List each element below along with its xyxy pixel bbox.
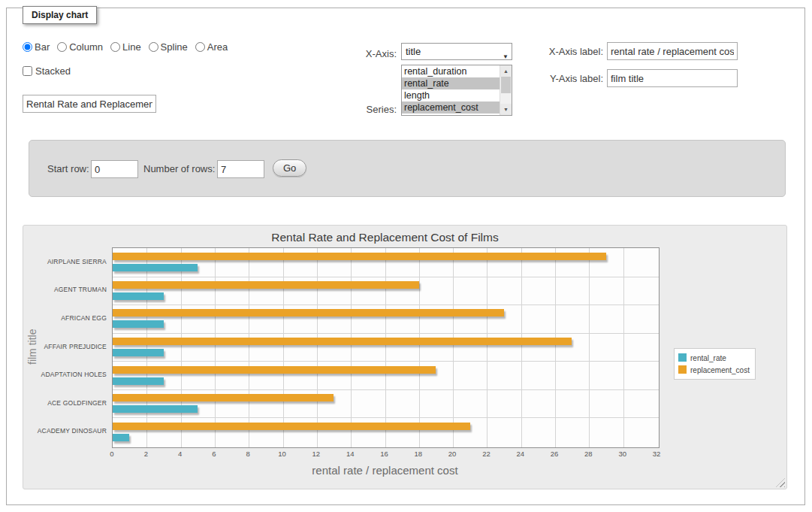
chart-type-radio-line[interactable] bbox=[110, 42, 120, 52]
series-option-rental_rate[interactable]: rental_rate bbox=[402, 77, 500, 89]
bar-rental_rate bbox=[113, 434, 129, 441]
chart-legend: rental_ratereplacement_cost bbox=[674, 348, 756, 380]
x-tick-label: 4 bbox=[178, 450, 182, 458]
x-tick-label: 26 bbox=[551, 450, 559, 458]
x-tick-label: 22 bbox=[482, 450, 491, 458]
stacked-option[interactable]: Stacked bbox=[23, 65, 71, 77]
x-tick-label: 16 bbox=[380, 450, 388, 458]
chart-type-label: Spline bbox=[161, 41, 188, 53]
number-of-rows-input[interactable] bbox=[217, 160, 264, 178]
chart-type-option-spline[interactable]: Spline bbox=[149, 41, 188, 53]
go-button[interactable]: Go bbox=[273, 159, 306, 177]
bar-replacement_cost bbox=[113, 281, 419, 289]
bar-replacement_cost bbox=[113, 253, 606, 260]
category-label: AFFAIR PREJUDICE bbox=[44, 343, 107, 350]
category-label: AFRICAN EGG bbox=[61, 314, 107, 322]
category-label: AIRPLANE SIERRA bbox=[47, 258, 107, 265]
bar-rental_rate bbox=[113, 320, 164, 328]
bar-rental_rate bbox=[113, 377, 164, 385]
resize-handle-icon[interactable] bbox=[776, 478, 785, 487]
bar-replacement_cost bbox=[113, 394, 334, 401]
legend-swatch-icon bbox=[678, 365, 687, 374]
gridline-h bbox=[113, 417, 659, 418]
x-tick-label: 32 bbox=[653, 450, 661, 458]
chart-type-radio-spline[interactable] bbox=[149, 42, 158, 52]
x-tick-label: 24 bbox=[516, 450, 524, 458]
bar-replacement_cost bbox=[113, 423, 470, 430]
gridline-h bbox=[113, 389, 659, 390]
x-axis-title: rental rate / replacement cost bbox=[112, 464, 658, 477]
select-dropdown-arrow-icon: ▼ bbox=[503, 49, 509, 65]
start-row-input[interactable] bbox=[91, 160, 138, 178]
chart-type-radio-bar[interactable] bbox=[23, 42, 32, 52]
category-label: ADAPTATION HOLES bbox=[41, 371, 107, 378]
scroll-thumb[interactable] bbox=[501, 77, 511, 93]
x-tick-label: 2 bbox=[144, 450, 148, 458]
x-tick-label: 20 bbox=[448, 450, 457, 458]
chart-panel: Rental Rate and Replacement Cost of Film… bbox=[23, 225, 787, 489]
series-listbox-items: rental_durationrental_ratelengthreplacem… bbox=[402, 65, 500, 115]
chart-type-option-area[interactable]: Area bbox=[195, 41, 228, 53]
chart-type-option-line[interactable]: Line bbox=[110, 41, 141, 53]
chart-type-radio-area[interactable] bbox=[195, 42, 205, 52]
x-axis-selected-value: title bbox=[406, 46, 421, 57]
series-scrollbar[interactable]: ▲ ▼ bbox=[500, 65, 512, 115]
x-tick-label: 12 bbox=[312, 450, 321, 458]
category-label: ACADEMY DINOSAUR bbox=[38, 427, 107, 435]
x-axis-label-label: X-Axis label: bbox=[535, 46, 603, 57]
stacked-label: Stacked bbox=[35, 65, 71, 77]
category-label: AGENT TRUMAN bbox=[54, 286, 107, 293]
x-tick-label: 28 bbox=[584, 450, 593, 458]
category-label: ACE GOLDFINGER bbox=[47, 399, 107, 407]
chart-type-label: Area bbox=[207, 41, 228, 53]
x-tick-label: 6 bbox=[212, 450, 216, 458]
bar-rental_rate bbox=[113, 292, 164, 300]
chart-type-option-column[interactable]: Column bbox=[57, 41, 103, 53]
chart-type-label: Bar bbox=[35, 41, 50, 53]
y-axis-label-input[interactable] bbox=[607, 69, 738, 87]
series-select-label: Series: bbox=[338, 104, 397, 115]
bar-rental_rate bbox=[113, 405, 198, 413]
series-listbox[interactable]: rental_durationrental_ratelengthreplacem… bbox=[401, 65, 512, 116]
start-row-label: Start row: bbox=[47, 163, 89, 174]
x-axis-select-label: X-Axis: bbox=[338, 48, 397, 59]
gridline-h bbox=[113, 333, 659, 334]
number-of-rows-label: Number of rows: bbox=[143, 163, 215, 174]
x-tick-label: 18 bbox=[415, 450, 423, 458]
panel-title: Display chart bbox=[23, 6, 97, 24]
y-axis-label-label: Y-Axis label: bbox=[535, 73, 603, 84]
series-option-length[interactable]: length bbox=[402, 89, 500, 101]
gridline-h bbox=[113, 277, 659, 277]
x-tick-label: 10 bbox=[278, 450, 286, 458]
plot-area bbox=[112, 247, 660, 448]
x-tick-label: 30 bbox=[618, 450, 626, 458]
gridline-h bbox=[113, 304, 659, 305]
category-labels: AIRPLANE SIERRAAGENT TRUMANAFRICAN EGGAF… bbox=[23, 247, 107, 447]
chart-type-label: Line bbox=[122, 41, 141, 53]
chart-type-radio-column[interactable] bbox=[57, 42, 67, 52]
series-option-replacement_cost[interactable]: replacement_cost bbox=[402, 101, 500, 114]
x-axis-label-input[interactable] bbox=[607, 42, 738, 60]
x-tick-labels: 02468101214161820222426283032 bbox=[112, 450, 658, 459]
x-tick-label: 8 bbox=[246, 450, 250, 458]
x-axis-select[interactable]: title ▼ bbox=[401, 43, 512, 60]
chart-type-label: Column bbox=[69, 41, 103, 53]
gridline-h bbox=[113, 361, 659, 362]
legend-label: rental_rate bbox=[690, 354, 726, 362]
chart-title: Rental Rate and Replacement Cost of Film… bbox=[112, 231, 658, 244]
bar-replacement_cost bbox=[113, 366, 436, 374]
x-tick-label: 0 bbox=[110, 450, 113, 458]
bar-rental_rate bbox=[113, 264, 198, 271]
bar-replacement_cost bbox=[113, 338, 572, 345]
chart-title-input[interactable] bbox=[23, 95, 156, 113]
legend-entry-rental_rate: rental_rate bbox=[678, 352, 750, 364]
series-option-rental_duration[interactable]: rental_duration bbox=[402, 65, 500, 77]
bar-rental_rate bbox=[113, 349, 164, 356]
scroll-down-icon[interactable]: ▼ bbox=[500, 104, 512, 115]
chart-type-option-bar[interactable]: Bar bbox=[23, 41, 50, 53]
chart-type-options: BarColumnLineSplineArea bbox=[23, 41, 235, 55]
scroll-up-icon[interactable]: ▲ bbox=[500, 65, 512, 77]
x-tick-label: 14 bbox=[346, 450, 355, 458]
bar-replacement_cost bbox=[113, 309, 504, 317]
stacked-checkbox[interactable] bbox=[23, 66, 32, 76]
